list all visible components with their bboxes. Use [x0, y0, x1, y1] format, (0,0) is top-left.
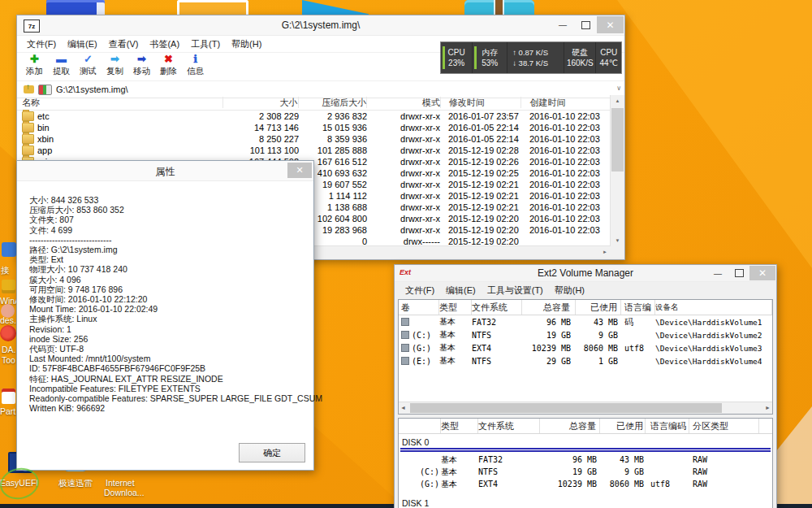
col-used[interactable]: 已使用: [600, 419, 646, 433]
sevenzip-window-title: G:\2\1system.img\: [17, 20, 624, 31]
partition-letter: (G:): [399, 480, 441, 488]
maximize-button[interactable]: [728, 266, 749, 280]
close-button[interactable]: ✕: [287, 163, 312, 178]
column-header-modified[interactable]: 修改时间: [441, 97, 522, 108]
menu-item[interactable]: 编辑(E): [63, 37, 102, 52]
col-type[interactable]: 类型: [441, 419, 478, 433]
toolbar-button[interactable]: ✖ 删除: [156, 53, 181, 76]
column-header-name[interactable]: 名称: [17, 97, 223, 108]
partition-row[interactable]: 基本 FAT32 96 MB 43 MB RAW: [399, 454, 772, 466]
menu-item[interactable]: 帮助(H): [551, 283, 589, 298]
col-type[interactable]: 类型: [439, 300, 472, 315]
menu-item[interactable]: 帮助(H): [227, 37, 266, 52]
toolbar-button[interactable]: ℹ 信息: [183, 53, 208, 76]
sevenzip-titlebar[interactable]: 7z G:\2\1system.img\ — ✕: [17, 15, 624, 36]
ok-button[interactable]: 确定: [239, 443, 305, 462]
minimize-button[interactable]: —: [707, 266, 728, 280]
column-header-packed[interactable]: 压缩后大小: [299, 97, 368, 108]
desktop-icon-suitcase[interactable]: [464, 0, 534, 16]
volumes-horizontal-scrollbar[interactable]: ◄ ►: [399, 402, 772, 414]
desktop-icon-winarchiver[interactable]: [2, 280, 15, 293]
col-partition-type[interactable]: 分区类型: [689, 419, 759, 433]
menu-item[interactable]: 编辑(E): [442, 283, 480, 298]
column-header-size[interactable]: 大小: [223, 97, 299, 108]
desktop-icon-label[interactable]: 极速迅雷: [58, 478, 93, 489]
menu-item[interactable]: 查看(V): [104, 37, 144, 52]
system-monitor[interactable]: CPU 23% 内存 53% ↑ 0.87 K/S ↓ 38.7 K/S 硬盘 …: [441, 42, 621, 73]
col-codepage[interactable]: 语言编码: [646, 419, 689, 433]
download-speed: 38.7 K/S: [519, 59, 548, 67]
col-codepage[interactable]: 语言编码: [621, 300, 655, 315]
close-button[interactable]: ✕: [597, 16, 624, 33]
col-filesystem[interactable]: 文件系统: [478, 419, 540, 433]
desktop-icon-label[interactable]: Downloa...: [104, 488, 145, 497]
volume-icon: [401, 318, 409, 326]
scroll-right-icon[interactable]: ►: [765, 402, 771, 413]
folder-up-icon[interactable]: [24, 85, 34, 93]
volume-row[interactable]: 基本 FAT32 96 MB 43 MB \Device\HarddiskVol…: [399, 315, 772, 328]
toolbar-button[interactable]: ✓ 测试: [76, 53, 101, 76]
vertical-scrollbar[interactable]: ▲ ▼: [610, 95, 624, 246]
dialog-titlebar[interactable]: 属性 ✕: [17, 161, 313, 181]
address-path[interactable]: G:\2\1system.img\: [56, 85, 128, 94]
disk-value: 160K/S: [567, 58, 594, 68]
toolbar-button[interactable]: ▬ 提取: [49, 53, 74, 76]
menu-item[interactable]: 书签(A): [145, 37, 184, 52]
minimize-button[interactable]: —: [551, 16, 574, 33]
dialog-body: 大小: 844 326 533压缩后大小: 853 860 352文件夹: 80…: [29, 195, 309, 413]
desktop-icon-partition-tool[interactable]: [2, 389, 15, 404]
scroll-left-icon[interactable]: ◄: [400, 402, 406, 413]
scroll-up-icon[interactable]: ▲: [611, 95, 624, 106]
maximize-button[interactable]: [574, 16, 597, 33]
volume-type: 基本: [439, 355, 472, 367]
desktop-icon-label[interactable]: DA.: [2, 345, 16, 354]
col-volume[interactable]: 卷: [399, 300, 439, 315]
ext2-titlebar[interactable]: Ext Ext2 Volume Manager — ✕: [395, 265, 776, 282]
temp-label: CPU: [600, 47, 617, 58]
file-row[interactable]: xbin 8 250 227 8 359 936 drwxr-xr-x 2016…: [17, 133, 611, 145]
scroll-right-icon[interactable]: ►: [599, 246, 611, 258]
desktop-icon-label[interactable]: Internet: [106, 478, 135, 488]
toolbar-button[interactable]: ➡ 复制: [102, 53, 127, 76]
property-line: -----------------------------: [29, 235, 309, 245]
col-filesystem[interactable]: 文件系统: [472, 300, 522, 315]
partition-row[interactable]: (C:) 基本 NTFS 19 GB 9 GB RAW: [399, 466, 772, 478]
toolbar-icon: ✓: [76, 53, 101, 66]
file-row[interactable]: bin 14 713 146 15 015 936 drwxr-xr-x 201…: [17, 122, 611, 133]
column-header-created[interactable]: 创建时间: [521, 97, 611, 108]
col-used[interactable]: 已使用: [576, 300, 621, 315]
desktop-icon-daemon-tools[interactable]: [0, 325, 16, 341]
col-capacity[interactable]: 总容量: [540, 419, 600, 433]
close-button[interactable]: ✕: [749, 266, 775, 280]
file-row[interactable]: etc 2 308 229 2 936 832 drwxr-xr-x 2016-…: [17, 111, 611, 122]
volume-row[interactable]: (G:) 基本 EXT4 10239 MB 8060 MB utf8 \Devi…: [399, 341, 772, 354]
toolbar-button[interactable]: ➡ 移动: [129, 53, 154, 76]
scrollbar-thumb[interactable]: [611, 108, 624, 172]
menu-item[interactable]: 工具(T): [186, 37, 225, 52]
cpu-label: CPU: [448, 47, 465, 58]
menu-item[interactable]: 文件(F): [22, 37, 61, 52]
column-header-mode[interactable]: 模式: [367, 97, 441, 108]
col-volume[interactable]: [399, 419, 441, 433]
chevron-down-icon[interactable]: ∨: [616, 85, 621, 92]
file-modified: 2016-01-07 23:57: [440, 111, 521, 121]
file-modified: 2016-01-05 22:14: [440, 123, 521, 132]
col-capacity[interactable]: 总容量: [522, 300, 576, 315]
desktop-icon-app[interactable]: [2, 242, 16, 257]
menu-item[interactable]: 文件(F): [401, 283, 438, 298]
file-mode: drwxr-xr-x: [367, 168, 440, 178]
toolbar-button[interactable]: ✚ 添加: [22, 53, 47, 76]
file-row[interactable]: app 101 113 100 101 285 888 drwxr-xr-x 2…: [17, 145, 611, 156]
col-device[interactable]: 设备名: [655, 300, 772, 315]
scroll-down-icon[interactable]: ▼: [611, 235, 624, 246]
folder-icon: [22, 111, 34, 121]
scrollbar-thumb[interactable]: [410, 403, 722, 413]
volume-row[interactable]: (C:) 基本 NTFS 19 GB 9 GB \Device\Harddisk…: [399, 328, 772, 341]
desktop-icon-label[interactable]: 接: [1, 265, 10, 276]
menu-item[interactable]: 工具与设置(T): [483, 283, 547, 298]
file-mode: drwxr-xr-x: [367, 202, 440, 212]
partition-row[interactable]: (G:) 基本 EXT4 10239 MB 8060 MB utf8 RAW: [399, 478, 772, 490]
desktop-icon-book[interactable]: [46, 0, 105, 16]
desktop-icon-label[interactable]: Too: [2, 355, 15, 365]
volume-row[interactable]: (E:) 基本 NTFS 29 GB 1 GB \Device\Harddisk…: [399, 354, 772, 367]
